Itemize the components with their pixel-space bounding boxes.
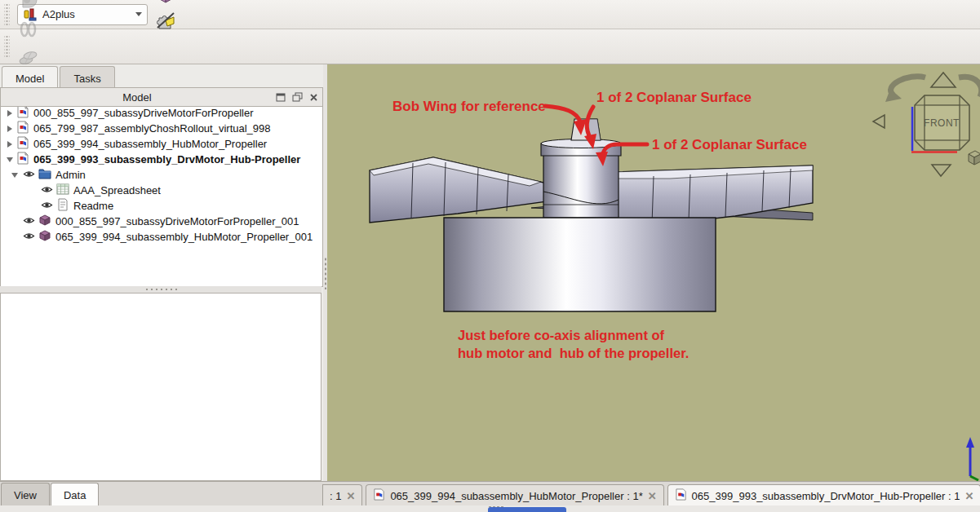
freecad-doc-icon [16,136,29,152]
document-tab[interactable]: 065_399_994_subassembly_HubMotor_Propell… [366,484,663,506]
expander-closed-icon[interactable] [4,141,16,148]
splitter-handle-icon [324,257,327,289]
splitter-handle-icon [144,288,177,291]
freecad-doc-icon [16,105,29,121]
panel-close-button[interactable] [306,90,321,104]
navigation-cube[interactable]: FRONT [873,73,980,176]
tree-item-label: 065_399_994_subassembly_HubMotor_Propell… [33,138,267,150]
nav-up-triangle[interactable] [931,73,956,87]
toolbar-grip[interactable] [4,4,10,25]
status-strip [0,505,980,512]
folder-icon [38,167,51,183]
visibility-eye-icon[interactable] [23,214,35,229]
toolbar-grip[interactable] [4,36,10,57]
visibility-eye-icon[interactable] [41,183,53,198]
nav-cube-front-label: FRONT [924,117,960,129]
combo-view-panel: ModelTasks Model 000_855_997_subassyDriv… [0,64,323,481]
nav-down-triangle[interactable] [932,165,951,176]
plane-coincident-constraint-icon [18,0,38,13]
spreadsheet-icon [56,183,69,198]
freecad-doc-icon [16,152,29,167]
panel-minimize-button[interactable] [273,90,288,104]
propeller-hub[interactable] [543,150,619,218]
chevron-down-icon [135,12,142,16]
close-icon[interactable]: ✕ [648,490,657,502]
annotation-bob-wing: Bob Wing for reference [392,99,546,114]
panel-float-button[interactable] [290,90,304,104]
document-tabs: : 1✕065_399_994_subassembly_HubMotor_Pro… [324,483,980,506]
rotate-right-arrow[interactable] [959,77,980,97]
annotation-note-line1: Just before co-axis alignment of [458,328,665,342]
tree-item[interactable]: Readme [1,198,322,214]
tree-item[interactable]: 000_855_997_subassyDriveMotorForPropelle… [1,214,322,229]
property-view-tabs: ViewData [0,483,99,506]
a2plus-toolbar: »»»»»» [0,29,980,64]
document-tab-label: 065_399_993_subassembly_DrvMotor_Hub-Pro… [692,490,960,502]
freecad-doc-icon [16,121,29,136]
taskbar-peek [488,507,566,512]
part-icon [38,214,51,229]
expander-closed-icon[interactable] [4,110,16,117]
tab-model[interactable]: Model [2,66,58,87]
tree-item[interactable]: Admin [1,167,322,183]
nav-left-triangle[interactable] [873,115,885,128]
document-tab[interactable]: 065_399_993_subassembly_DrvMotor_Hub-Pro… [667,484,980,506]
tree-item[interactable]: 065_399_993_subassembly_DrvMotor_Hub-Pro… [1,152,322,167]
close-icon[interactable]: ✕ [964,490,973,502]
axis-indicator [966,437,978,480]
property-editor-panel[interactable] [0,293,321,481]
document-tab-label: 065_399_994_subassembly_HubMotor_Propell… [390,490,642,502]
visibility-eye-icon[interactable] [23,168,35,183]
annotation-note-line2: hub motor and hub of the propeller. [458,346,689,360]
model-tree: 000_855_997_subassyDriveMotorForPropelle… [0,105,323,287]
tree-item-label: Admin [55,169,86,181]
hub-motor-body[interactable] [444,218,716,311]
visibility-eye-icon[interactable] [41,199,53,214]
3d-scene: Bob Wing for reference 1 of 2 Coplanar S… [327,64,980,481]
freecad-window: A2plus {}DOFPartsInfoPartsListPartsList … [0,0,980,512]
expander-closed-icon[interactable] [4,126,16,132]
part-icon [38,229,51,245]
plane-coincident-constraint-button[interactable] [13,0,42,16]
horizontal-splitter[interactable] [0,286,321,293]
panel-title: Model [1,91,273,104]
document-tab[interactable]: : 1✕ [322,484,362,506]
tab-data[interactable]: Data [51,483,99,506]
expander-open-icon[interactable] [9,173,20,178]
propeller-blade-left[interactable] [370,157,548,223]
circles-constraint-button[interactable] [13,16,42,46]
close-icon[interactable]: ✕ [346,490,355,502]
tree-item-label: 065_399_994_subassembly_HubMotor_Propell… [55,231,313,243]
bottom-tab-bar: ViewData : 1✕065_399_994_subassembly_Hub… [0,481,980,506]
circles-constraint-icon [18,20,38,42]
visibility-eye-icon[interactable] [23,230,35,245]
tree-item-label: 000_855_997_subassyDriveMotorForPropelle… [55,215,299,227]
tree-item[interactable]: 000_855_997_subassyDriveMotorForPropelle… [1,105,322,121]
annotation-coplanar-top: 1 of 2 Coplanar Surface [596,90,752,105]
tree-item-label: Readme [73,200,113,212]
freecad-doc-icon [373,488,385,503]
tab-tasks[interactable]: Tasks [60,66,114,87]
document-tab-label: : 1 [330,490,341,502]
update-imported-part-button[interactable] [153,0,179,9]
tree-item-label: 000_855_997_subassyDriveMotorForPropelle… [33,107,254,119]
workbench-selector-value: A2plus [42,8,131,20]
nav-mini-cube[interactable] [969,151,980,165]
update-imported-part-icon [156,0,175,7]
tree-item[interactable]: AAA_Spreadsheet [1,183,322,198]
freecad-doc-icon [675,488,687,503]
rotate-left-arrow[interactable] [891,77,925,95]
model-panel-header: Model [0,87,323,107]
annotation-coplanar-right: 1 of 2 Coplanar Surface [652,137,807,152]
tree-item-label: 065_399_993_subassembly_DrvMotor_Hub-Pro… [33,153,300,166]
tab-view[interactable]: View [1,483,50,506]
combo-view-tabs: ModelTasks [0,66,323,87]
expander-open-icon[interactable] [4,157,16,162]
tree-item-label: AAA_Spreadsheet [73,184,161,196]
text-doc-icon [56,198,69,214]
3d-viewport[interactable]: Bob Wing for reference 1 of 2 Coplanar S… [327,64,980,481]
tree-item[interactable]: 065_799_987_assemblyChoshRollout_virtual… [1,121,322,136]
main-toolbar: A2plus {}DOFPartsInfoPartsListPartsList [0,0,980,29]
tree-item[interactable]: 065_399_994_subassembly_HubMotor_Propell… [1,136,322,152]
tree-item[interactable]: 065_399_994_subassembly_HubMotor_Propell… [1,229,322,245]
